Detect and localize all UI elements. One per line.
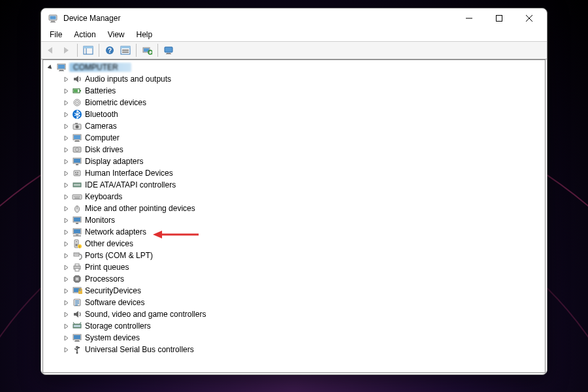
expander-closed-icon[interactable] xyxy=(61,345,71,354)
tree-node[interactable]: Human Interface Devices xyxy=(61,167,545,179)
tree-node[interactable]: Network adapters xyxy=(61,226,545,238)
toolbar-help[interactable]: ? xyxy=(103,43,117,57)
expander-closed-icon[interactable] xyxy=(61,110,71,119)
expander-closed-icon[interactable] xyxy=(61,274,71,284)
tree-node-label: Human Interface Devices xyxy=(85,169,173,178)
expander-closed-icon[interactable] xyxy=(61,321,71,331)
svg-rect-69 xyxy=(74,218,80,221)
tree-node[interactable]: Biometric devices xyxy=(61,97,545,108)
expander-closed-icon[interactable] xyxy=(61,169,71,178)
maximize-button[interactable] xyxy=(484,8,514,28)
ports-icon xyxy=(72,250,82,261)
svg-point-55 xyxy=(75,184,76,185)
svg-rect-2 xyxy=(50,22,56,23)
tree-node-label: Network adapters xyxy=(85,227,146,237)
expander-closed-icon[interactable] xyxy=(61,333,71,342)
svg-rect-16 xyxy=(122,52,129,53)
svg-rect-3 xyxy=(50,16,56,20)
expander-closed-icon[interactable] xyxy=(61,204,71,213)
tree-node[interactable]: Disk drives xyxy=(61,144,545,155)
tree-node-label: Audio inputs and outputs xyxy=(85,74,171,84)
device-tree-panel[interactable]: COMPUTER Audio inputs and outputsBatteri… xyxy=(42,59,546,373)
expander-closed-icon[interactable] xyxy=(61,227,71,237)
menu-action[interactable]: Action xyxy=(69,29,100,40)
svg-rect-25 xyxy=(58,65,65,69)
expander-closed-icon[interactable] xyxy=(61,251,71,260)
svg-rect-21 xyxy=(165,47,172,52)
menu-help[interactable]: Help xyxy=(132,29,157,40)
storage-icon xyxy=(72,321,82,331)
expander-closed-icon[interactable] xyxy=(61,263,71,272)
expander-closed-icon[interactable] xyxy=(61,122,71,131)
expander-closed-icon[interactable] xyxy=(61,216,71,225)
tree-node[interactable]: Universal Serial Bus controllers xyxy=(61,344,545,355)
device-manager-window: Device Manager File Action View Help ? xyxy=(41,8,547,375)
close-button[interactable] xyxy=(514,8,544,28)
tree-node-label: Monitors xyxy=(85,216,115,225)
tree-node[interactable]: Monitors xyxy=(61,214,545,226)
tree-root-node[interactable]: COMPUTER xyxy=(46,61,545,73)
expander-closed-icon[interactable] xyxy=(61,298,71,307)
tree-node-label: Display adapters xyxy=(85,157,143,166)
expander-closed-icon[interactable] xyxy=(61,86,71,95)
svg-point-82 xyxy=(76,253,76,254)
tree-node[interactable]: SecurityDevices xyxy=(61,285,545,297)
expander-closed-icon[interactable] xyxy=(61,239,71,248)
tree-node[interactable]: Print queues xyxy=(61,261,545,273)
expander-closed-icon[interactable] xyxy=(61,192,71,201)
tree-node[interactable]: Computer xyxy=(61,132,545,144)
expander-closed-icon[interactable] xyxy=(61,286,71,295)
expander-closed-icon[interactable] xyxy=(61,133,71,142)
svg-line-20 xyxy=(152,54,152,54)
svg-rect-27 xyxy=(59,71,64,71)
tree-node-label: Software devices xyxy=(85,298,144,307)
expander-closed-icon[interactable] xyxy=(61,98,71,107)
toolbar-show-hide-tree[interactable] xyxy=(81,43,95,57)
tree-node[interactable]: Audio inputs and outputs xyxy=(61,73,545,85)
expander-closed-icon[interactable] xyxy=(61,310,71,319)
menu-view[interactable]: View xyxy=(103,29,129,40)
camera-icon xyxy=(72,121,82,131)
svg-rect-5 xyxy=(497,16,502,22)
tree-node[interactable]: Display adapters xyxy=(61,155,545,167)
svg-rect-103 xyxy=(78,291,82,294)
expander-closed-icon[interactable] xyxy=(61,145,71,154)
tree-node[interactable]: Processors xyxy=(61,273,545,285)
titlebar[interactable]: Device Manager xyxy=(41,8,547,28)
toolbar-separator xyxy=(99,44,99,57)
minimize-button[interactable] xyxy=(454,8,484,28)
tree-node[interactable]: Batteries xyxy=(61,85,545,97)
tree-node[interactable]: Mice and other pointing devices xyxy=(61,203,545,214)
tree-node-label: Bluetooth xyxy=(85,110,118,119)
tree-node[interactable]: Ports (COM & LPT) xyxy=(61,250,545,261)
toolbar-separator xyxy=(77,44,78,57)
tree-node-label: Keyboards xyxy=(85,192,122,201)
toolbar-action-window[interactable] xyxy=(118,43,133,57)
toolbar-remote[interactable] xyxy=(161,43,176,57)
tree-node[interactable]: IDE ATA/ATAPI controllers xyxy=(61,179,545,191)
tree-node[interactable]: Bluetooth xyxy=(61,108,545,120)
tree-node[interactable]: Sound, video and game controllers xyxy=(61,308,545,320)
audio-icon xyxy=(72,74,82,84)
tree-node-label: Universal Serial Bus controllers xyxy=(85,345,194,354)
expander-closed-icon[interactable] xyxy=(61,180,71,189)
svg-rect-77 xyxy=(76,244,78,246)
tree-node[interactable]: !Other devices xyxy=(61,238,545,250)
expander-open-icon[interactable] xyxy=(46,63,55,72)
tree-node[interactable]: Cameras xyxy=(61,120,545,132)
tree-node[interactable]: Keyboards xyxy=(61,191,545,203)
cpu-icon xyxy=(72,274,82,284)
svg-rect-113 xyxy=(74,341,80,342)
svg-rect-73 xyxy=(76,235,78,235)
tree-node[interactable]: System devices xyxy=(61,332,545,344)
svg-rect-47 xyxy=(76,164,78,165)
expander-closed-icon[interactable] xyxy=(61,157,71,166)
toolbar-scan-hardware[interactable] xyxy=(140,43,154,57)
expander-closed-icon[interactable] xyxy=(61,74,71,84)
tree-node-label: IDE ATA/ATAPI controllers xyxy=(85,180,176,189)
hid-icon xyxy=(72,168,82,178)
toolbar: ? xyxy=(41,41,547,59)
tree-node[interactable]: Storage controllers xyxy=(61,320,545,332)
tree-node[interactable]: Software devices xyxy=(61,297,545,308)
menu-file[interactable]: File xyxy=(45,29,67,40)
